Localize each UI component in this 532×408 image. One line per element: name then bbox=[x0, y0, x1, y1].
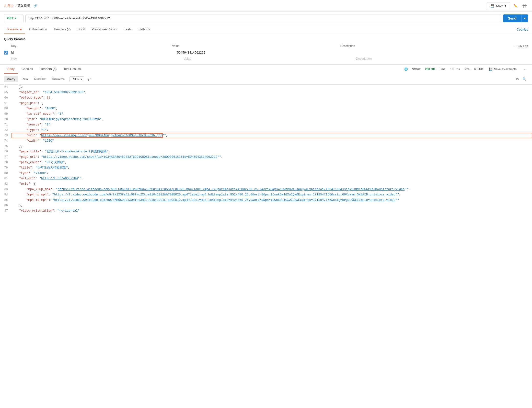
tab-settings[interactable]: Settings bbox=[135, 25, 153, 34]
tab-tests[interactable]: Tests bbox=[121, 25, 135, 34]
bulk-edit-button[interactable]: Bulk Edit bbox=[517, 45, 528, 48]
line-number: 75 bbox=[0, 144, 12, 149]
tab-prerequest[interactable]: Pre-request Script bbox=[88, 25, 121, 34]
line-number: 68 bbox=[0, 106, 12, 111]
line-content: "source": "2", bbox=[12, 122, 532, 127]
json-line: 65 "object_id": "1034:5045938276991050", bbox=[0, 90, 532, 95]
line-content: "type": "1", bbox=[12, 128, 532, 133]
response-tab-headers[interactable]: Headers (5) bbox=[36, 65, 60, 74]
save-label: Save bbox=[496, 4, 503, 8]
tab-body[interactable]: Body bbox=[74, 25, 88, 34]
json-line: 79 "title": "少年生命力拍摄花絮", bbox=[0, 165, 532, 171]
line-number: 72 bbox=[0, 128, 12, 133]
method-select[interactable]: GET ▾ bbox=[4, 14, 23, 22]
save-icon: 💾 bbox=[490, 4, 494, 8]
tab-headers[interactable]: Headers (7) bbox=[50, 25, 74, 34]
json-line: 74 "width": "1920" bbox=[0, 138, 532, 144]
line-content: "height": "1080", bbox=[12, 106, 532, 111]
line-content: "page_title": "登陆计划-TransFormProject的微博视… bbox=[12, 149, 532, 154]
response-tab-body[interactable]: Body bbox=[4, 65, 18, 74]
line-content: "type": "video", bbox=[12, 171, 532, 176]
save-button[interactable]: 💾 Save ▾ bbox=[487, 2, 510, 9]
json-line: 64 }, bbox=[0, 85, 532, 90]
line-content: "width": "1920" bbox=[12, 138, 532, 143]
tab-params[interactable]: Params bbox=[4, 25, 25, 34]
empty-description[interactable]: Description bbox=[356, 57, 528, 60]
param-id-key: id bbox=[11, 50, 177, 55]
response-tab-cookies[interactable]: Cookies bbox=[18, 65, 36, 74]
format-type-select[interactable]: JSON ▾ bbox=[69, 76, 84, 82]
json-content: 64 },65 "object_id": "1034:5045938276991… bbox=[0, 85, 532, 408]
response-tabs-row: Body Cookies Headers (5) Test Results 🌐 … bbox=[0, 65, 532, 74]
line-content: }, bbox=[12, 144, 532, 149]
request-tabs-row: Params Authorization Headers (7) Body Pr… bbox=[0, 25, 532, 34]
cookies-link[interactable]: Cookies bbox=[517, 28, 528, 31]
line-number: 80 bbox=[0, 171, 12, 176]
response-section: Body Cookies Headers (5) Test Results 🌐 … bbox=[0, 65, 532, 408]
tab-authorization[interactable]: Authorization bbox=[25, 25, 50, 34]
line-number: 77 bbox=[0, 155, 12, 159]
params-dot bbox=[20, 29, 22, 30]
filter-icon-button[interactable]: ⇄ bbox=[86, 75, 92, 83]
line-number: 84 bbox=[0, 192, 12, 197]
time-value: 185 ms bbox=[450, 68, 460, 71]
format-tabs-row: Pretty Raw Preview Visualize JSON ▾ ⇄ ⧉ … bbox=[0, 74, 532, 85]
format-tab-pretty[interactable]: Pretty bbox=[4, 76, 18, 82]
comment-icon-button[interactable]: 💬 bbox=[521, 2, 528, 9]
line-number: 70 bbox=[0, 117, 12, 122]
brand-name: 爬虫 bbox=[7, 4, 14, 8]
response-tab-testresults[interactable]: Test Results bbox=[60, 65, 84, 74]
line-content: "pid": "008zABnjgy1hqrbnfc89nj31hc0u0h9h… bbox=[12, 117, 532, 122]
brand: ≡ 爬虫 bbox=[4, 4, 14, 8]
format-tab-preview[interactable]: Preview bbox=[31, 76, 48, 82]
bulk-edit-area: ··· Bulk Edit bbox=[509, 44, 528, 48]
format-chevron-icon: ▾ bbox=[81, 78, 82, 81]
save-example-label: Save as example bbox=[494, 68, 517, 71]
edit-icon-button[interactable]: ✏️ bbox=[512, 2, 519, 9]
json-line: 66 "object_type": 11, bbox=[0, 95, 532, 101]
json-line: 80 "type": "video", bbox=[0, 171, 532, 176]
col-description-header: Description bbox=[340, 44, 509, 48]
link-icon-button[interactable]: 🔗 bbox=[32, 2, 39, 9]
line-number: 73 bbox=[0, 133, 12, 138]
line-number: 65 bbox=[0, 90, 12, 95]
json-line: 68 "height": "1080", bbox=[0, 106, 532, 112]
json-line: 67 "page_pic": { bbox=[0, 101, 532, 106]
empty-value[interactable]: Value bbox=[184, 57, 356, 60]
query-params-title: Query Params bbox=[4, 37, 528, 41]
line-number: 66 bbox=[0, 95, 12, 100]
col-value-header: Value bbox=[172, 44, 340, 48]
url-input[interactable] bbox=[25, 14, 501, 22]
json-line: 87 "video_orientation": "horizontal" bbox=[0, 208, 532, 214]
top-bar-left: ≡ 爬虫 / 获取视频 🔗 bbox=[4, 2, 39, 9]
line-content: "mp4_720p_mp4": "https://f.video.weibocd… bbox=[12, 187, 532, 192]
search-button[interactable]: 🔍 bbox=[521, 76, 528, 82]
param-id-value: 5045943814062212 bbox=[177, 50, 343, 55]
line-number: 85 bbox=[0, 198, 12, 203]
line-content: "video_orientation": "horizontal" bbox=[12, 208, 532, 213]
copy-button[interactable]: ⧉ bbox=[515, 76, 520, 83]
params-header: Key Value Description ··· Bulk Edit bbox=[4, 43, 528, 49]
line-content: "urls": { bbox=[12, 181, 532, 186]
json-line: 86 }, bbox=[0, 203, 532, 208]
save-example-button[interactable]: 💾 Save as example bbox=[487, 67, 519, 72]
response-more-button[interactable]: ··· bbox=[522, 66, 528, 72]
empty-key[interactable]: Key bbox=[11, 57, 184, 60]
request-tabs: Params Authorization Headers (7) Body Pr… bbox=[4, 25, 153, 34]
send-button[interactable]: Send ▾ bbox=[503, 14, 528, 22]
line-content: "object_id": "1034:5045938276991050", bbox=[12, 90, 532, 95]
line-content: "mp4_hd_mp4": "https://f.video.weibocdn.… bbox=[12, 192, 532, 197]
format-tab-visualize[interactable]: Visualize bbox=[49, 76, 68, 82]
response-info: 🌐 Status: 200 OK Time: 185 ms Size: 6.8 … bbox=[404, 66, 528, 72]
json-line: 81 "url_ori": "http://t.cn/A6QLvYUW"", bbox=[0, 176, 532, 181]
line-content: "is_self_cover": "1", bbox=[12, 112, 532, 116]
more-icon[interactable]: ··· bbox=[513, 44, 516, 48]
line-content: "url": "https://wx2.sinaimg.cn/orj480/00… bbox=[12, 133, 532, 138]
param-id-checkbox[interactable] bbox=[4, 51, 8, 55]
format-tab-raw[interactable]: Raw bbox=[19, 76, 31, 82]
line-number: 81 bbox=[0, 176, 12, 181]
send-arrow-icon[interactable]: ▾ bbox=[521, 14, 528, 22]
line-number: 82 bbox=[0, 181, 12, 186]
breadcrumb: / 获取视频 bbox=[16, 4, 30, 8]
status-label: Status: bbox=[412, 68, 421, 71]
